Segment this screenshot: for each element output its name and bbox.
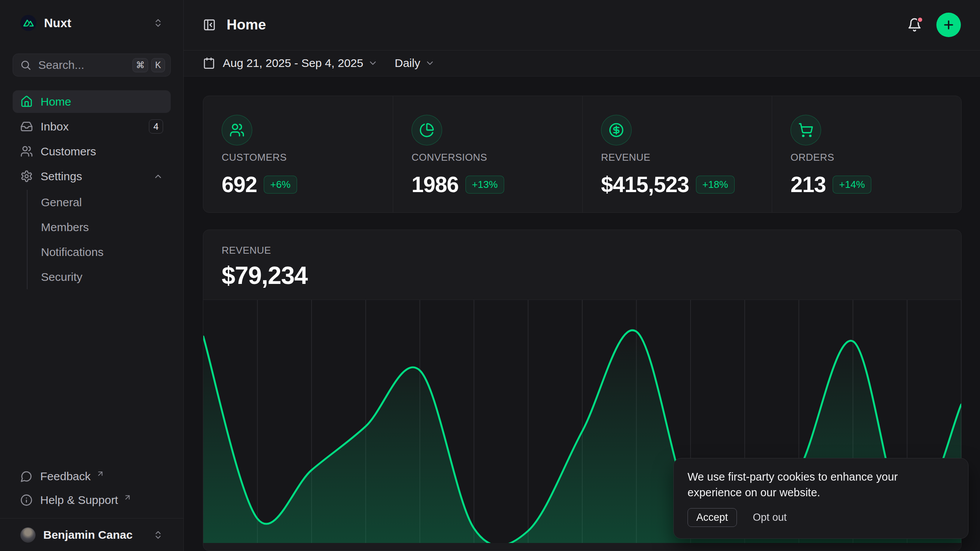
stat-delta-badge: +6% [264,176,297,194]
sidebar-item-security[interactable]: Security [28,264,171,289]
search-placeholder: Search... [38,59,84,72]
sidebar: Nuxt Search... ⌘ K Home Inbox 4 [0,0,184,551]
sidebar-item-inbox[interactable]: Inbox 4 [13,115,171,138]
sidebar-item-label: Inbox [41,120,69,133]
sidebar-item-customers[interactable]: Customers [13,140,171,163]
notification-dot [917,16,923,23]
stats-card: CUSTOMERS 692 +6% CONVERSIONS 1986 +13% [203,96,962,213]
sidebar-item-label: Home [41,95,71,108]
external-link-icon [123,493,132,502]
collapse-sidebar-icon[interactable] [203,18,216,31]
sidebar-item-label: Customers [41,145,96,158]
user-name: Benjamin Canac [43,528,132,541]
sidebar-item-general[interactable]: General [28,190,171,215]
sidebar-item-feedback[interactable]: Feedback [13,465,171,488]
opt-out-button[interactable]: Opt out [753,512,787,523]
stat-label: CUSTOMERS [222,152,374,163]
stat-value: $415,523 [601,172,689,197]
external-link-icon [96,469,105,478]
cookie-banner: We use first-party cookies to enhance yo… [673,458,969,539]
users-icon [222,115,252,145]
shopping-cart-icon [791,115,821,145]
stat-value: 213 [791,172,826,197]
add-button[interactable] [936,13,961,37]
granularity-value: Daily [395,57,420,70]
info-circle-icon [20,494,33,506]
home-icon [20,95,33,108]
header-actions [907,13,961,37]
accept-button[interactable]: Accept [688,508,737,527]
sidebar-item-home[interactable]: Home [13,90,171,113]
stat-label: REVENUE [601,152,753,163]
users-icon [20,145,33,158]
date-range-picker[interactable]: Aug 21, 2025 - Sep 4, 2025 [203,57,378,70]
inbox-icon [20,120,33,133]
sidebar-item-members[interactable]: Members [28,215,171,240]
footer-link-label: Help & Support [40,494,118,507]
page-header: Home [184,0,980,51]
cookie-actions: Accept Opt out [688,508,954,527]
sidebar-nav: Home Inbox 4 Customers Settings Ge [13,90,171,291]
calendar-icon [203,57,215,69]
kbd-cmd: ⌘ [132,58,148,72]
chevron-down-icon [368,58,378,68]
sidebar-item-help-support[interactable]: Help & Support [13,488,171,512]
avatar [20,527,36,543]
revenue-chart-label: REVENUE [222,245,943,256]
team-name: Nuxt [44,16,71,30]
filters-toolbar: Aug 21, 2025 - Sep 4, 2025 Daily [184,51,980,77]
stat-value: 1986 [412,172,459,197]
cookie-message: We use first-party cookies to enhance yo… [688,469,925,500]
sidebar-item-settings[interactable]: Settings [13,165,171,187]
stat-delta-badge: +13% [466,176,504,194]
inbox-count-badge: 4 [149,119,163,134]
dollar-circle-icon [601,115,632,145]
granularity-select[interactable]: Daily [395,57,435,70]
settings-sub-list: General Members Notifications Security [27,190,171,289]
search-icon [20,59,31,71]
notifications-bell-icon[interactable] [907,18,922,32]
stat-label: ORDERS [791,152,943,163]
stat-revenue[interactable]: REVENUE $415,523 +18% [582,96,772,212]
revenue-chart-header: REVENUE $79,234 [203,230,961,290]
stat-delta-badge: +18% [696,176,735,194]
gear-icon [20,170,33,183]
chevron-up-icon [153,171,163,181]
stat-value: 692 [222,172,257,197]
revenue-chart-total: $79,234 [222,261,943,290]
message-bubble-icon [20,470,33,483]
chevron-down-icon [425,58,435,68]
stat-delta-badge: +14% [833,176,871,194]
search-shortcut: ⌘ K [132,58,165,72]
team-switcher[interactable]: Nuxt [13,11,171,35]
search-input[interactable]: Search... ⌘ K [13,54,171,77]
stat-customers[interactable]: CUSTOMERS 692 +6% [203,96,393,212]
footer-link-label: Feedback [40,470,91,483]
pie-chart-icon [412,115,442,145]
chevrons-up-down-icon [153,18,163,28]
date-range-value: Aug 21, 2025 - Sep 4, 2025 [223,57,363,70]
sidebar-spacer [13,291,171,465]
stat-conversions[interactable]: CONVERSIONS 1986 +13% [393,96,582,212]
page-title: Home [227,17,266,33]
chevrons-up-down-icon [153,530,163,540]
kbd-k: K [151,58,165,72]
stat-label: CONVERSIONS [412,152,564,163]
nuxt-logo-icon [20,15,36,31]
sidebar-item-notifications[interactable]: Notifications [28,240,171,264]
stat-orders[interactable]: ORDERS 213 +14% [772,96,961,212]
user-menu[interactable]: Benjamin Canac [13,518,171,551]
sidebar-item-label: Settings [41,170,82,183]
